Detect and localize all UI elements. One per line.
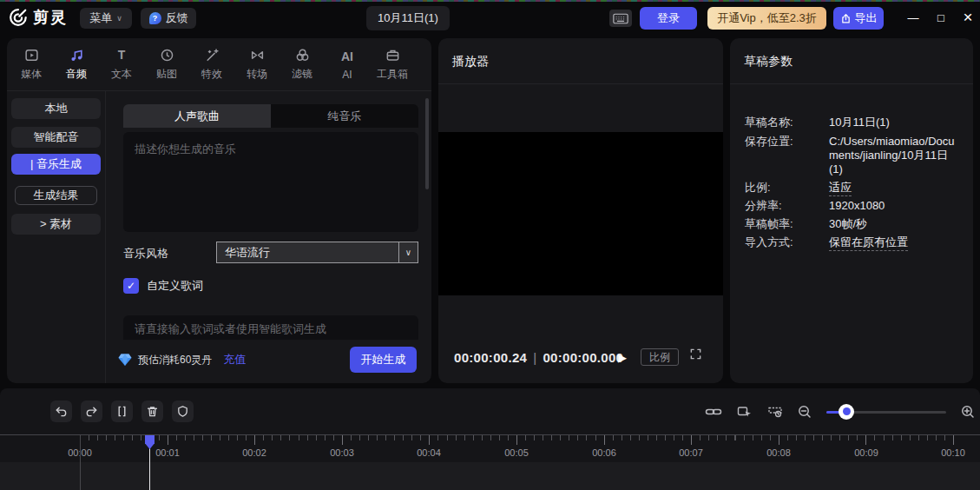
tab-sticker[interactable]: 贴图 [144,47,189,82]
zoom-out-icon[interactable] [798,405,812,419]
tab-transition-label: 转场 [247,67,267,82]
fullscreen-button[interactable] [689,348,702,361]
play-button[interactable]: ▶ [618,344,627,370]
export-icon [840,13,852,24]
playhead-line[interactable] [149,447,150,490]
divider [438,83,723,84]
tab-filter[interactable]: 滤镜 [280,47,325,82]
recharge-link[interactable]: 充值 [223,352,246,368]
param-label: 比例: [745,181,829,196]
shield-button[interactable] [172,401,194,422]
tick-label: 00:08 [766,447,791,458]
timeline-edit-tools [50,401,194,422]
sidebar-item-materials[interactable]: > 素材 [11,214,101,235]
logo-icon [7,7,28,28]
audio-subnav: 本地 智能配音 | 音乐生成 生成结果 > 素材 [7,91,106,383]
music-note-icon [69,47,84,63]
lyrics-input[interactable] [123,315,418,340]
param-value[interactable]: 保留在原有位置 [829,235,908,251]
minimize-button[interactable]: — [903,2,924,33]
tab-sticker-label: 贴图 [156,67,177,82]
app-name: 剪灵 [33,7,68,28]
param-value[interactable]: 适应 [829,181,852,196]
tab-pure-music[interactable]: 纯音乐 [271,104,418,128]
draft-params-title: 草稿参数 [744,54,793,70]
tab-text-label: 文本 [111,67,132,82]
timeline-zoom-slider[interactable] [826,405,946,419]
param-label: 草稿帧率: [745,217,829,231]
music-type-tabs: 人声歌曲 纯音乐 [123,104,418,128]
music-style-label: 音乐风格 [123,246,168,262]
zoom-in-icon[interactable] [961,405,975,419]
tick-label: 00:02 [242,447,266,458]
tick-label: 00:06 [592,447,616,458]
asset-panel: 媒体 音频 T 文本 [7,38,431,383]
tick-label: 00:03 [330,447,354,458]
undo-button[interactable] [50,401,72,422]
sticker-clock-icon [160,47,174,63]
sidebar-item-music-generation[interactable]: | 音乐生成 [11,154,101,175]
feedback-label: 反馈 [166,10,188,26]
tab-transition[interactable]: 转场 [234,47,280,82]
music-description-input[interactable] [123,132,418,232]
document-title[interactable]: 10月11日(1) [366,6,450,30]
vip-label: 开通Vip，低至2.3折 [717,10,817,26]
ai-icon: AI [341,49,353,64]
tab-vocal-song[interactable]: 人声歌曲 [123,104,271,128]
param-row-ratio: 比例: 适应 [745,181,960,196]
aspect-ratio-button[interactable]: 比例 [641,348,679,366]
video-preview[interactable] [438,132,723,295]
total-time: 00:00:00.000 [543,350,623,365]
sidebar-item-smart-dubbing[interactable]: 智能配音 [11,127,101,148]
tick-label: 00:10 [941,447,965,458]
snap-cursor-icon[interactable] [737,405,753,418]
split-button[interactable] [111,401,133,422]
tab-media[interactable]: 媒体 [9,47,54,82]
login-button[interactable]: 登录 [640,7,697,30]
app-window: 剪灵 菜单 ∨ ? 反馈 10月11日(1) 登录 开通Vip，低至2.3折 [0,0,980,490]
shortcut-keyboard-button[interactable] [609,10,632,27]
param-label: 分辨率: [745,199,829,213]
ratio-label: 比例 [649,350,670,365]
param-row-framerate: 草稿帧率: 30帧/秒 [745,217,960,231]
param-value: 30帧/秒 [829,217,960,231]
maximize-button[interactable]: □ [931,2,951,33]
timeline-tracks[interactable] [0,462,980,490]
feedback-button[interactable]: ? 反馈 [141,8,196,29]
toolbox-icon [385,47,400,63]
tab-vocal-label: 人声歌曲 [174,109,220,124]
custom-lyrics-checkbox[interactable]: ✓ [123,278,139,294]
tab-ai[interactable]: AI AI [325,49,370,81]
music-style-select[interactable]: 华语流行 ∨ [216,242,418,263]
preview-axis-icon[interactable] [767,405,783,418]
redo-button[interactable] [81,401,102,422]
sidebar-item-label: 智能配音 [34,129,79,145]
draft-params-panel: 草稿参数 草稿名称: 10月11日(1) 保存位置: C:/Users/miao… [730,38,973,383]
timeline-panel: 00:00 00:01 00:02 00:03 00:04 00:05 00:0… [0,388,980,490]
tab-audio-label: 音频 [66,67,87,82]
tab-text[interactable]: T 文本 [99,47,144,82]
export-button[interactable]: 导出 [833,7,884,30]
music-generation-panel: 人声歌曲 纯音乐 音乐风格 华语流行 ∨ ✓ 自定义歌词 [107,91,431,383]
panel-scrollbar[interactable] [425,98,429,189]
tab-effects[interactable]: 特效 [189,47,234,82]
titlebar: 剪灵 菜单 ∨ ? 反馈 10月11日(1) 登录 开通Vip，低至2.3折 [0,2,980,33]
slider-thumb[interactable] [839,404,854,420]
sidebar-item-local[interactable]: 本地 [11,98,101,119]
param-label: 导入方式: [745,235,829,251]
ruler-major-ticks [80,435,958,445]
delete-button[interactable] [141,401,163,422]
sidebar-item-generation-results[interactable]: 生成结果 [15,186,97,205]
vip-upgrade-button[interactable]: 开通Vip，低至2.3折 [707,7,826,30]
tab-toolbox[interactable]: 工具箱 [370,47,415,82]
time-display: 00:00:00.24 | 00:00:00.000 [454,344,623,370]
param-value: C:/Users/miaomiao/Documents/jianling/10月… [829,135,960,176]
login-label: 登录 [657,10,680,26]
start-generate-button[interactable]: 开始生成 [350,347,417,373]
close-button[interactable]: × [957,2,979,33]
effects-wand-icon [205,47,220,63]
chevron-down-icon: ∨ [398,242,418,262]
link-icon[interactable] [705,406,722,418]
menu-button[interactable]: 菜单 ∨ [80,8,132,29]
tab-audio[interactable]: 音频 [54,47,99,82]
